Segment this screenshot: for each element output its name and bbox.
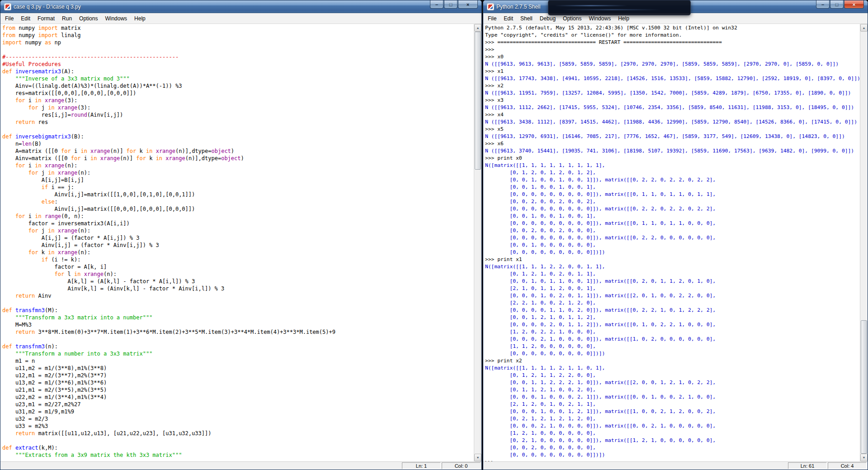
shell-line: [0, 1, 1, 2, 1, 0, 0, 2, 0], bbox=[485, 386, 860, 394]
shell-line: >>> x0 bbox=[485, 53, 860, 61]
code-line: for j in xrange(3): bbox=[2, 104, 474, 111]
code-line: #Useful Procedures bbox=[2, 61, 474, 68]
shell-line: N([matrix([[1, 1, 1, 1, 2, 1, 1, 0, 1], bbox=[485, 365, 860, 372]
shell-line: [0, 0, 1, 1, 2, 2, 2, 1, 0]]), matrix([[… bbox=[485, 379, 860, 386]
code-line: u33 = m2%3 bbox=[2, 423, 474, 430]
shell-line: >>> x6 bbox=[485, 140, 860, 147]
editor-text-area[interactable]: from numpy import matrixfrom numpy impor… bbox=[0, 24, 474, 461]
code-line: Ainv[i,j] = (factor * Ainv[i,j]) % 3 bbox=[2, 242, 474, 249]
shell-menu-item[interactable]: Shell bbox=[517, 13, 536, 24]
code-line: M=M%3 bbox=[2, 321, 474, 328]
code-line: """Extracts from a 3x9 matrix the kth 3x… bbox=[2, 451, 474, 459]
code-line: n=len(B) bbox=[2, 140, 474, 147]
code-line: #---------------------------------------… bbox=[2, 53, 474, 61]
shell-line: [0, 0, 0, 0, 1, 1, 0, 2, 0]]), matrix([[… bbox=[485, 307, 860, 314]
shell-line: >>> x5 bbox=[485, 126, 860, 133]
code-line bbox=[2, 46, 474, 53]
shell-line: N ([[9613, 9613, 9613], [5859, 5859, 585… bbox=[485, 61, 860, 68]
shell-scrollbar-thumb[interactable] bbox=[861, 320, 867, 454]
editor-menu-item[interactable]: Windows bbox=[101, 13, 131, 24]
shell-line: [0, 2, 1, 0, 0, 0, 0, 0, 0]]), matrix([[… bbox=[485, 437, 860, 444]
editor-menu-item[interactable]: File bbox=[1, 13, 17, 24]
code-line: A[i,j] = (factor * A[i,j]) % 3 bbox=[2, 234, 474, 242]
code-line: u12,m1 = m2/(3**7),m2%(3**7) bbox=[2, 372, 474, 379]
scroll-up-arrow[interactable]: ▲ bbox=[474, 24, 481, 32]
shell-line: >>> x2 bbox=[485, 82, 860, 90]
minimize-button[interactable]: – bbox=[816, 0, 830, 9]
scroll-up-glyph: ▲ bbox=[863, 26, 866, 29]
shell-line: [0, 0, 0, 0, 0, 0, 0, 0, 0]])]) bbox=[485, 451, 860, 459]
shell-line: N ([[9613, 12970, 6931], [16146, 7085, 2… bbox=[485, 133, 860, 140]
shell-text-area[interactable]: Python 2.7.5 (default, May 15 2013, 22:4… bbox=[483, 24, 860, 461]
code-line: Ainv=matrix ([[0 for i in xrange(n)] for… bbox=[2, 155, 474, 162]
editor-col-indicator: Col: 0 bbox=[442, 462, 481, 469]
shell-line: [0, 0, 0, 0, 0, 0, 0, 0, 0]]), matrix([[… bbox=[485, 205, 860, 213]
editor-menu-item[interactable]: Help bbox=[131, 13, 149, 24]
code-line: for l in xrange(n): bbox=[2, 271, 474, 278]
code-line: for k in xrange(n): bbox=[2, 249, 474, 256]
idle-app-icon bbox=[487, 3, 494, 10]
shell-line: N ([[9613, 17743, 3438], [4941, 10595, 2… bbox=[485, 75, 860, 82]
code-line: A[k,l] = (A[k,l] - factor * A[i,l]) % 3 bbox=[2, 278, 474, 285]
shell-line: [0, 0, 1, 0, 0, 1, 0, 0, 1], bbox=[485, 213, 860, 220]
shell-line: >>> bbox=[485, 459, 860, 461]
editor-menubar: FileEditFormatRunOptionsWindowsHelp bbox=[0, 13, 481, 24]
code-line: u23,m1 = m2/27,m2%27 bbox=[2, 401, 474, 408]
scroll-down-glyph: ▼ bbox=[863, 456, 866, 459]
shell-vertical-scrollbar[interactable]: ▲ ▼ bbox=[860, 24, 868, 461]
shell-menu-item[interactable]: Edit bbox=[500, 13, 517, 24]
editor-caption-buttons: – □ × bbox=[429, 0, 478, 9]
shell-line: [0, 1, 2, 0, 1, 2, 0, 1, 2], bbox=[485, 169, 860, 176]
minimize-button[interactable]: – bbox=[430, 0, 443, 9]
shell-menu-item[interactable]: File bbox=[484, 13, 500, 24]
shell-line: [0, 0, 0, 1, 0, 0, 1, 2, 1]]), matrix([[… bbox=[485, 408, 860, 415]
code-line: for i in xrange(n): bbox=[2, 162, 474, 169]
shell-line: >>> x3 bbox=[485, 97, 860, 104]
code-line: else: bbox=[2, 198, 474, 205]
code-line: A[i,j]=B[i,j] bbox=[2, 176, 474, 184]
code-line: factor = A[k, i] bbox=[2, 263, 474, 271]
maximize-icon: □ bbox=[835, 2, 839, 7]
scroll-down-glyph: ▼ bbox=[476, 456, 480, 459]
code-line: return 3**8*M.item(0)+3**7*M.item(1)+3**… bbox=[2, 328, 474, 336]
code-line: for i in xrange(3): bbox=[2, 97, 474, 104]
code-line: """Transform a number into a 3x3 matrix"… bbox=[2, 350, 474, 357]
editor-vertical-scrollbar[interactable]: ▲ ▼ bbox=[474, 24, 481, 461]
editor-content: from numpy import matrixfrom numpy impor… bbox=[0, 24, 481, 461]
shell-line: N ([[9613, 3438, 1112], [8397, 14515, 44… bbox=[485, 119, 860, 126]
editor-menu-item[interactable]: Edit bbox=[17, 13, 34, 24]
close-icon: × bbox=[853, 2, 855, 7]
shell-line: [0, 0, 1, 0, 0, 0, 0, 0, 0], bbox=[485, 242, 860, 249]
editor-menu-item[interactable]: Options bbox=[75, 13, 101, 24]
close-icon: × bbox=[467, 2, 469, 7]
editor-window-title: case q 3.py - D:\case q 3.py bbox=[14, 4, 81, 10]
shell-line: [1, 2, 1, 0, 0, 0, 0, 0, 0], bbox=[485, 430, 860, 437]
code-line: def inversematrix3(A): bbox=[2, 68, 474, 75]
shell-line: >>> print x2 bbox=[485, 357, 860, 365]
shell-caption-buttons: – □ × bbox=[816, 0, 864, 9]
code-line: res[i,j]=round(Ainv[i,j]) bbox=[2, 111, 474, 119]
tk-feather-icon bbox=[5, 5, 10, 9]
code-line: u32 = m2/3 bbox=[2, 415, 474, 423]
scroll-down-arrow[interactable]: ▼ bbox=[860, 454, 868, 461]
editor-menu-item[interactable]: Run bbox=[58, 13, 75, 24]
scroll-up-arrow[interactable]: ▲ bbox=[860, 24, 868, 32]
shell-line: [0, 0, 1, 0, 1, 1, 0, 0, 1]]), matrix([[… bbox=[485, 278, 860, 285]
code-line: return Ainv bbox=[2, 292, 474, 299]
editor-scrollbar-thumb[interactable] bbox=[475, 32, 481, 170]
scroll-down-arrow[interactable]: ▼ bbox=[474, 454, 481, 461]
code-line: from numpy import matrix bbox=[2, 24, 474, 32]
editor-menu-item[interactable]: Format bbox=[34, 13, 58, 24]
close-button[interactable]: × bbox=[844, 0, 864, 9]
code-line: m1 = n bbox=[2, 357, 474, 365]
code-line: Ainv[i,j]=matrix([[0,0,0],[0,0,0],[0,0,0… bbox=[2, 205, 474, 213]
minimize-icon: – bbox=[435, 2, 438, 7]
shell-line: [0, 0, 2, 0, 0, 2, 0, 0, 0], bbox=[485, 227, 860, 234]
close-button[interactable]: × bbox=[458, 0, 478, 9]
maximize-button[interactable]: □ bbox=[444, 0, 458, 9]
shell-line: N([matrix([[1, 1, 1, 1, 1, 1, 1, 1, 1], bbox=[485, 162, 860, 169]
shell-line: [0, 0, 0, 0, 0, 0, 0, 0, 0]]), matrix([[… bbox=[485, 234, 860, 242]
code-line bbox=[2, 126, 474, 133]
maximize-button[interactable]: □ bbox=[830, 0, 844, 9]
editor-titlebar[interactable]: case q 3.py - D:\case q 3.py – □ × bbox=[0, 0, 481, 13]
